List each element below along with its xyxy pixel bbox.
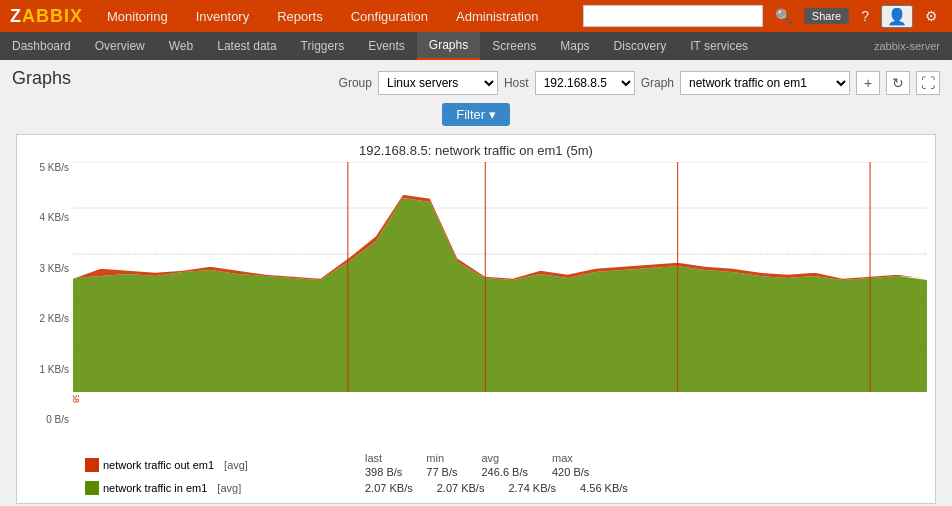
search-button[interactable]: 🔍 <box>769 6 798 26</box>
tab-graphs[interactable]: Graphs <box>417 32 480 60</box>
tab-web[interactable]: Web <box>157 32 205 60</box>
fullscreen-button[interactable]: ⛶ <box>916 71 940 95</box>
chart-title: 192.168.8.5: network traffic on em1 (5m) <box>25 143 927 158</box>
help-button[interactable]: ? <box>855 6 875 26</box>
tab-events[interactable]: Events <box>356 32 417 60</box>
search-input[interactable] <box>583 5 763 27</box>
legend-label-out: network traffic out em1 <box>103 459 214 471</box>
graph-label: Graph <box>641 76 674 90</box>
graph-select[interactable]: network traffic on em1 <box>680 71 850 95</box>
tab-screens[interactable]: Screens <box>480 32 548 60</box>
user-button[interactable]: 👤 <box>881 5 913 28</box>
in-avg: 2.74 KB/s <box>496 481 568 495</box>
group-select[interactable]: Linux servers <box>378 71 498 95</box>
legend-avg-label-in: [avg] <box>217 482 241 494</box>
col-header-min: min <box>414 451 469 465</box>
search-area: 🔍 Share ? 👤 ⚙ <box>583 5 952 28</box>
y-label-1: 1 KB/s <box>25 364 69 375</box>
out-last: 398 B/s <box>353 465 414 479</box>
tab-latest-data[interactable]: Latest data <box>205 32 288 60</box>
tab-triggers[interactable]: Triggers <box>289 32 357 60</box>
top-nav: Monitoring Inventory Reports Configurati… <box>93 0 552 32</box>
nav-reports[interactable]: Reports <box>263 0 337 32</box>
in-max: 4.56 KB/s <box>568 481 640 495</box>
tab-overview[interactable]: Overview <box>83 32 157 60</box>
y-axis: 5 KB/s 4 KB/s 3 KB/s 2 KB/s 1 KB/s 0 B/s <box>25 162 73 445</box>
logo: ZABBIX <box>0 6 93 27</box>
legend-color-out <box>85 458 99 472</box>
in-min: 2.07 KB/s <box>425 481 497 495</box>
settings-button[interactable]: ⚙ <box>919 6 944 26</box>
filter-button[interactable]: Filter ▾ <box>442 103 510 126</box>
add-graph-button[interactable]: + <box>856 71 880 95</box>
tab-dashboard[interactable]: Dashboard <box>0 32 83 60</box>
out-avg: 246.6 B/s <box>470 465 540 479</box>
y-label-2: 2 KB/s <box>25 313 69 324</box>
nav-administration[interactable]: Administration <box>442 0 552 32</box>
tab-it-services[interactable]: IT services <box>678 32 760 60</box>
nav-inventory[interactable]: Inventory <box>182 0 263 32</box>
nav-monitoring[interactable]: Monitoring <box>93 0 182 32</box>
in-last: 2.07 KB/s <box>353 481 425 495</box>
host-select[interactable]: 192.168.8.5 <box>535 71 635 95</box>
group-label: Group <box>339 76 372 90</box>
out-max: 420 B/s <box>540 465 601 479</box>
y-label-3: 3 KB/s <box>25 263 69 274</box>
chart-area: 10-12 16:58 16:58:30 16:58:40 16:58:50 1… <box>73 162 927 445</box>
col-header-avg: avg <box>470 451 540 465</box>
host-label: Host <box>504 76 529 90</box>
nav-configuration[interactable]: Configuration <box>337 0 442 32</box>
col-header-max: max <box>540 451 601 465</box>
server-label: zabbix-server <box>874 40 952 52</box>
legend-label-in: network traffic in em1 <box>103 482 207 494</box>
svg-text:10-12 16:58: 10-12 16:58 <box>73 395 81 403</box>
y-label-5: 5 KB/s <box>25 162 69 173</box>
tab-discovery[interactable]: Discovery <box>602 32 679 60</box>
page-title: Graphs <box>12 68 71 89</box>
y-label-0: 0 B/s <box>25 414 69 425</box>
legend-color-in <box>85 481 99 495</box>
legend-avg-label-out: [avg] <box>224 459 248 471</box>
x-axis: 10-12 16:58 16:58:30 16:58:40 16:58:50 1… <box>73 395 927 445</box>
out-min: 77 B/s <box>414 465 469 479</box>
legend: network traffic out em1 [avg] last min a… <box>25 445 927 495</box>
col-header-last: last <box>353 451 414 465</box>
share-button[interactable]: Share <box>804 8 849 24</box>
y-label-4: 4 KB/s <box>25 212 69 223</box>
refresh-button[interactable]: ↻ <box>886 71 910 95</box>
tab-maps[interactable]: Maps <box>548 32 601 60</box>
graph-container: 192.168.8.5: network traffic on em1 (5m)… <box>16 134 936 504</box>
